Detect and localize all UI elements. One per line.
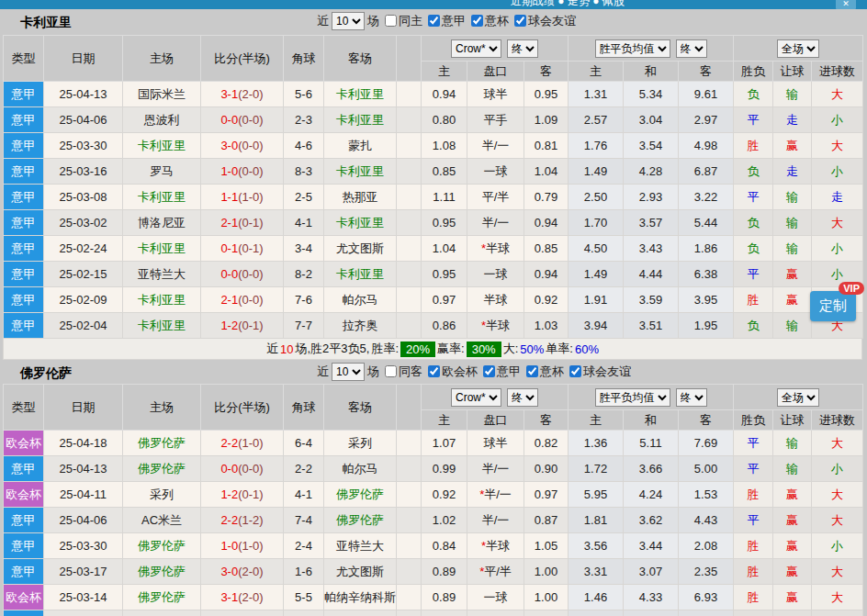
home-odds: 1.09 xyxy=(422,610,467,616)
handicap-text: 半/一 xyxy=(482,513,510,527)
corner-score: 1-6 xyxy=(284,559,324,585)
avg-draw-odds: 3.44 xyxy=(624,533,679,559)
away-odds: 0.80 xyxy=(524,610,569,616)
fulltime-score: 2-1 xyxy=(220,216,238,230)
match-row: 意甲25-03-16罗马1-0(0-0)8-3卡利亚里0.85一球1.041.4… xyxy=(4,159,863,185)
recent-count-select[interactable]: 10 xyxy=(332,363,365,381)
score-cell: 0-0(0-0) xyxy=(201,456,284,482)
scope-group-header: 全场 xyxy=(734,36,863,62)
league-filter[interactable]: 球会友谊 xyxy=(509,14,576,28)
away-team: 佛罗伦萨 xyxy=(324,610,397,616)
league-filter[interactable]: 欧会杯 xyxy=(422,364,478,378)
league-filter[interactable]: 意杯 xyxy=(466,14,509,28)
corner-score: 3-4 xyxy=(284,236,324,262)
corner-score: 6-4 xyxy=(284,431,324,456)
home-team: 卡利亚里 xyxy=(123,133,201,159)
league-label: 意杯 xyxy=(540,364,564,378)
avg-odds-select[interactable]: 胜平负均值 xyxy=(595,388,670,407)
col-result-handicap: 让球 xyxy=(773,62,812,82)
result-handicap: 走 xyxy=(773,159,812,185)
customize-button-label: 定制 xyxy=(819,297,847,315)
same-venue-filter[interactable]: 同主 xyxy=(379,13,422,29)
result-outcome: 胜 xyxy=(734,585,773,610)
games-label: 场 xyxy=(367,364,379,380)
avg-final-select[interactable]: 终 xyxy=(676,388,707,407)
handicap-group-header: Crow* 终 xyxy=(422,385,569,410)
league-checkbox[interactable] xyxy=(428,15,440,27)
result-handicap: 赢 xyxy=(773,482,812,508)
away-team: 卡利亚里 xyxy=(324,262,397,287)
match-type-badge: 意甲 xyxy=(4,107,44,133)
avg-draw-odds: 5.34 xyxy=(624,82,679,107)
avg-odds-select[interactable]: 胜平负均值 xyxy=(595,39,670,58)
avg-away-odds: 1.86 xyxy=(679,236,734,262)
handicap-group-header: Crow* 终 xyxy=(422,36,569,62)
league-checkbox[interactable] xyxy=(514,15,526,27)
result-outcome: 负 xyxy=(734,313,773,339)
league-filter[interactable]: 球会友谊 xyxy=(564,364,631,378)
match-row: 意甲25-03-08卡利亚里1-1(1-0)2-5热那亚1.11平/半0.792… xyxy=(4,185,863,210)
handicap-text: 半球 xyxy=(484,293,508,307)
filter-bar: 近 10 场 同客 欧会杯意甲意杯球会友谊 xyxy=(317,363,631,381)
gap-cell xyxy=(397,431,422,456)
close-icon[interactable]: ✕ xyxy=(836,0,856,9)
customize-button[interactable]: 定制 VIP xyxy=(810,291,856,321)
fulltime-score: 1-0 xyxy=(220,539,238,553)
result-goals: 大 xyxy=(812,82,863,107)
league-checkbox[interactable] xyxy=(428,365,440,377)
col-corner: 角球 xyxy=(284,385,324,431)
gap-cell xyxy=(397,210,422,236)
avg-final-select[interactable]: 终 xyxy=(676,39,707,58)
avg-away-odds: 2.35 xyxy=(679,559,734,585)
avg-group-header: 胜平负均值 终 xyxy=(569,385,734,410)
same-venue-filter[interactable]: 同客 xyxy=(379,364,422,380)
league-label: 意杯 xyxy=(485,14,509,28)
bookmaker-select[interactable]: Crow* xyxy=(451,388,501,407)
col-result-goals: 进球数 xyxy=(812,410,863,431)
league-checkbox[interactable] xyxy=(483,365,495,377)
result-goals: 小 xyxy=(812,456,863,482)
match-date: 25-02-24 xyxy=(44,236,123,262)
score-cell: 3-1(2-0) xyxy=(201,585,284,610)
fulltime-score: 1-1 xyxy=(220,190,238,204)
bookmaker-select[interactable]: Crow* xyxy=(451,39,501,58)
home-odds: 0.84 xyxy=(422,533,467,559)
league-checkbox[interactable] xyxy=(526,365,538,377)
avg-draw-odds: 3.43 xyxy=(624,236,679,262)
match-type-badge: 意甲 xyxy=(4,210,44,236)
handicap-text: 半球 xyxy=(486,539,510,553)
away-odds: 0.90 xyxy=(524,456,569,482)
same-venue-checkbox[interactable] xyxy=(385,15,397,27)
same-venue-checkbox[interactable] xyxy=(385,365,397,377)
match-row: 欧会杯25-04-11采列1-2(0-1)4-1佛罗伦萨0.92*半/一0.97… xyxy=(4,482,863,508)
league-filter[interactable]: 意甲 xyxy=(478,364,521,378)
result-goals: 大 xyxy=(812,610,863,616)
corner-score: 4-1 xyxy=(284,482,324,508)
avg-away-odds: 1.53 xyxy=(679,482,734,508)
avg-draw-odds: 4.44 xyxy=(624,262,679,287)
match-row: 意甲25-03-30佛罗伦萨1-0(1-0)2-4亚特兰大0.84*半球1.05… xyxy=(4,533,863,559)
league-filter[interactable]: 意杯 xyxy=(521,364,564,378)
avg-draw-odds: 5.11 xyxy=(624,431,679,456)
scope-select[interactable]: 全场 xyxy=(777,39,819,58)
score-cell: 2-2(1-2) xyxy=(201,508,284,533)
league-label: 球会友谊 xyxy=(528,14,576,28)
avg-away-odds: 2.08 xyxy=(679,533,734,559)
home-odds: 1.07 xyxy=(422,431,467,456)
league-checkbox[interactable] xyxy=(471,15,483,27)
league-checkbox[interactable] xyxy=(569,365,581,377)
home-odds: 1.08 xyxy=(422,133,467,159)
league-filter[interactable]: 意甲 xyxy=(422,14,466,28)
result-outcome: 负 xyxy=(734,236,773,262)
handicap-final-select[interactable]: 终 xyxy=(507,39,538,58)
avg-home-odds: 4.50 xyxy=(569,236,624,262)
corner-score: 4-1 xyxy=(284,210,324,236)
recent-count-select[interactable]: 10 xyxy=(332,12,365,30)
scope-select[interactable]: 全场 xyxy=(777,388,819,407)
avg-home-odds: 1.81 xyxy=(569,508,624,533)
score-cell: 2-2(1-0) xyxy=(201,431,284,456)
home-odds: 0.89 xyxy=(422,585,467,610)
col-handicap: 盘口 xyxy=(467,62,524,82)
handicap-final-select[interactable]: 终 xyxy=(507,388,538,407)
col-result-goals: 进球数 xyxy=(812,62,863,82)
